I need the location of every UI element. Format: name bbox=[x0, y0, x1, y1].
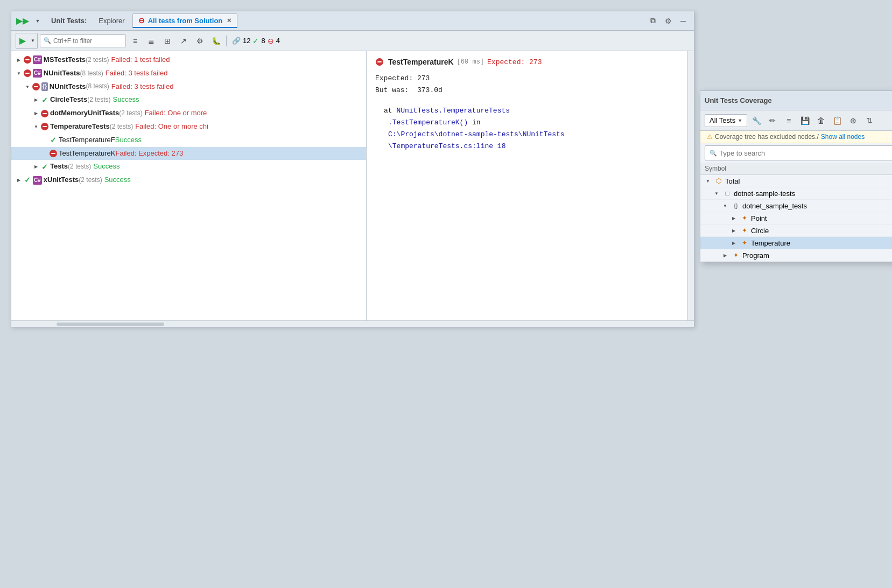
status-nunit-ns bbox=[32, 82, 40, 91]
table-row-point[interactable]: ✦ Point 100% 0/5 bbox=[700, 212, 892, 225]
lang-csharp-mstest: C# bbox=[33, 55, 42, 64]
run-dropdown2-btn[interactable]: ▼ bbox=[29, 34, 37, 48]
coverage-titlebar: Unit Tests Coverage ⧉ ⚙ ─ bbox=[700, 91, 892, 110]
table-row-dotnet[interactable]: □ dotnet-sample-tests 55% bbox=[700, 187, 892, 200]
expand-dotmemory[interactable] bbox=[33, 110, 39, 117]
search-coverage-input[interactable] bbox=[719, 149, 892, 157]
expand-circle[interactable] bbox=[33, 97, 39, 103]
expand-all-btn[interactable]: ≣ bbox=[144, 34, 158, 48]
detail-spacer bbox=[375, 96, 679, 105]
minimize-btn[interactable]: ─ bbox=[677, 15, 690, 27]
cov-export-btn[interactable]: 📋 bbox=[830, 114, 844, 128]
program-icon: ✦ bbox=[732, 251, 740, 260]
symbol-total: ⬡ Total bbox=[700, 175, 892, 187]
run-btn[interactable]: ▶ bbox=[17, 34, 29, 48]
scroll-thumb[interactable] bbox=[57, 323, 164, 326]
tab-fail-icon: ⊖ bbox=[138, 16, 145, 25]
tree-item-tempk[interactable]: TestTemperatureK Failed: Expected: 273 bbox=[11, 147, 366, 160]
expand-nunit[interactable] bbox=[16, 70, 22, 76]
tree-detail-temperature: (2 tests) bbox=[110, 122, 133, 132]
status-nunit bbox=[23, 69, 32, 78]
horizontal-scrollbar[interactable] bbox=[11, 320, 694, 327]
linked-count: 12 bbox=[243, 37, 250, 45]
all-tests-dropdown[interactable]: All Tests ▼ bbox=[705, 114, 747, 127]
temperature-icon: ✦ bbox=[740, 239, 749, 247]
col-symbol: Symbol bbox=[700, 163, 892, 175]
tree-item-dotmemory[interactable]: dotMemoryUnitTests (2 tests) Failed: One… bbox=[11, 107, 366, 120]
tree-item-temperature[interactable]: TemperatureTests (2 tests) Failed: One o… bbox=[11, 120, 366, 134]
search-coverage[interactable]: 🔍 bbox=[705, 145, 892, 160]
status-tests: ✓ bbox=[40, 163, 49, 171]
restore-btn[interactable]: ⧉ bbox=[647, 15, 659, 27]
lang-csharp-xunit: C# bbox=[33, 176, 42, 185]
group-btn[interactable]: ⊞ bbox=[160, 34, 174, 48]
symbol-circle: ✦ Circle bbox=[700, 225, 892, 237]
run-dropdown-btn[interactable]: ▼ bbox=[31, 14, 45, 28]
cov-add-btn[interactable]: ⊕ bbox=[846, 114, 860, 128]
search-box[interactable]: 🔍 bbox=[40, 34, 126, 47]
coverage-panel: Unit Tests Coverage ⧉ ⚙ ─ All Tests ▼ 🔧 … bbox=[700, 90, 892, 262]
detail-title: TestTemperatureK bbox=[388, 58, 454, 66]
tab-all-tests[interactable]: ⊖ All tests from Solution ✕ bbox=[132, 13, 238, 28]
tree-detail-nunit: (8 tests) bbox=[80, 68, 103, 79]
tree-result-dotmemory: Failed: One or more bbox=[145, 108, 207, 119]
table-row-total[interactable]: ⬡ Total 55% 29/64 bbox=[700, 175, 892, 187]
lang-csharp-nunit: C# bbox=[33, 69, 42, 78]
tab-close-btn[interactable]: ✕ bbox=[227, 17, 231, 24]
cov-wrench-btn[interactable]: 🔧 bbox=[749, 114, 763, 128]
tree-name-tempf: TestTemperatureF bbox=[59, 135, 115, 146]
tree-result-tempk: Failed: Expected: 273 bbox=[116, 148, 184, 159]
tree-detail-mstest: (2 tests) bbox=[86, 55, 109, 65]
cov-edit-btn[interactable]: ✏ bbox=[765, 114, 779, 128]
run-all-btn[interactable]: ▶▶ bbox=[16, 14, 30, 28]
tree-item-nunit[interactable]: C# NUnitTests (8 tests) Failed: 3 tests … bbox=[11, 67, 366, 80]
symbol-point: ✦ Point bbox=[700, 212, 892, 225]
table-header-row: Symbol Coverage (%) ▼ Uncov... bbox=[700, 163, 892, 175]
table-row-ns[interactable]: {} dotnet_sample_tests 66% bbox=[700, 200, 892, 212]
detail-header: TestTemperatureK [60 ms] Expected: 273 bbox=[375, 58, 679, 66]
expand-mstest[interactable] bbox=[16, 57, 22, 63]
settings2-btn[interactable]: ⚙ bbox=[193, 34, 207, 48]
table-row-temperature[interactable]: ✦ Temperature 54% 1 bbox=[700, 237, 892, 249]
tree-result-tempf: Success bbox=[115, 135, 142, 146]
settings-btn[interactable]: ⚙ bbox=[662, 15, 675, 27]
point-icon: ✦ bbox=[740, 214, 749, 222]
tree-result-xunit: Success bbox=[104, 174, 131, 186]
coverage-toolbar: All Tests ▼ 🔧 ✏ ≡ 💾 🗑 📋 ⊕ ⇅ bbox=[700, 110, 892, 131]
expand-xunit[interactable] bbox=[16, 177, 22, 184]
coverage-btn[interactable]: 🐛 bbox=[209, 34, 223, 48]
track-btn[interactable]: ↗ bbox=[177, 34, 191, 48]
table-row-program[interactable]: ✦ Program 0% 11/11 bbox=[700, 249, 892, 262]
linked-icon: 🔗 bbox=[232, 37, 241, 45]
tree-name-temperature: TemperatureTests bbox=[50, 121, 110, 132]
expand-temperature[interactable] bbox=[33, 123, 39, 130]
status-tempf: ✓ bbox=[49, 136, 58, 144]
expand-tests[interactable] bbox=[33, 164, 39, 170]
cov-delete-btn[interactable]: 🗑 bbox=[814, 114, 828, 128]
tree-item-xunit[interactable]: ✓ C# xUnitTests (2 tests) Success bbox=[11, 173, 366, 187]
cov-list-btn[interactable]: ≡ bbox=[782, 114, 796, 128]
tree-item-mstest[interactable]: C# MSTestTests (2 tests) Failed: 1 test … bbox=[11, 53, 366, 67]
warning-bar: ⚠ Coverage tree has excluded nodes./ Sho… bbox=[700, 131, 892, 143]
temperature-label: Temperature bbox=[751, 239, 790, 247]
tree-item-circle[interactable]: ✓ CircleTests (2 tests) Success bbox=[11, 93, 366, 107]
collapse-all-btn[interactable]: ≡ bbox=[128, 34, 142, 48]
show-all-nodes-link[interactable]: Show all nodes bbox=[821, 133, 865, 141]
tree-detail-tests: (2 tests) bbox=[68, 162, 91, 172]
passed-icon: ✓ bbox=[252, 37, 259, 45]
tree-name-tempk: TestTemperatureK bbox=[59, 148, 116, 159]
tab-explorer[interactable]: Explorer bbox=[93, 15, 130, 27]
cov-collapse-btn[interactable]: ⇅ bbox=[862, 114, 876, 128]
symbol-temperature: ✦ Temperature bbox=[700, 237, 892, 249]
expand-nunit-ns[interactable] bbox=[24, 83, 31, 90]
cov-save-btn[interactable]: 💾 bbox=[798, 114, 812, 128]
total-label: Total bbox=[725, 177, 740, 185]
tree-result-mstest: Failed: 1 test failed bbox=[111, 54, 170, 66]
tree-item-tempf[interactable]: ✓ TestTemperatureF Success bbox=[11, 134, 366, 147]
tree-item-nunit-ns[interactable]: {} NUnitTests (8 tests) Failed: 3 tests … bbox=[11, 80, 366, 94]
table-row-circle[interactable]: ✦ Circle 75% 5/20 bbox=[700, 225, 892, 237]
search-input[interactable] bbox=[53, 37, 123, 45]
status-xunit: ✓ bbox=[23, 176, 32, 185]
symbol-ns: {} dotnet_sample_tests bbox=[700, 200, 892, 212]
tree-item-tests[interactable]: ✓ Tests (2 tests) Success bbox=[11, 160, 366, 173]
